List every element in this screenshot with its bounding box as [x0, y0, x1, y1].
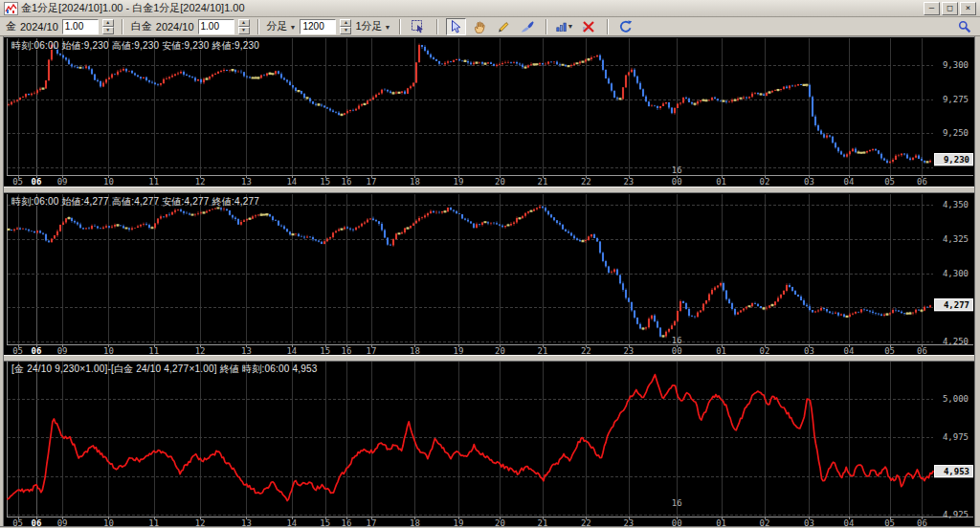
spread-chart-plot[interactable] [8, 362, 933, 517]
x-axis-label: 02 [760, 518, 770, 528]
x-axis-label: 06 [32, 346, 42, 356]
panel-splitter[interactable] [0, 187, 980, 193]
x-axis-label: 19 [454, 346, 464, 356]
search-button[interactable] [954, 18, 974, 35]
toolbar-separator [546, 19, 547, 34]
spin-down-icon[interactable]: ▼ [340, 27, 351, 34]
x-axis-label: 11 [148, 177, 159, 187]
x-axis-label: 21 [538, 346, 548, 356]
close-button[interactable]: × [960, 2, 976, 15]
crosshair-select-icon [411, 19, 426, 34]
last-price-badge: 4,277 [934, 298, 973, 311]
x-axis-label: 02 [760, 346, 770, 356]
gold-month-value: 2024/10 [20, 21, 58, 33]
x-axis-label: 13 [241, 177, 252, 187]
y-axis-label: 4,325 [932, 234, 969, 244]
x-axis-label: 05 [884, 518, 895, 528]
delete-cross-icon [581, 19, 596, 34]
window-border-right[interactable] [974, 36, 980, 528]
minimize-button[interactable]: – [924, 2, 940, 15]
last-price-badge: 4,953 [934, 465, 973, 477]
x-axis-label: 23 [623, 177, 634, 187]
x-axis-label: 13 [241, 346, 252, 356]
x-axis-label: 22 [581, 346, 591, 356]
platinum-factor-spinner: ▲▼ [238, 19, 250, 34]
spin-down-icon[interactable]: ▼ [238, 27, 250, 34]
bar-type-dropdown[interactable]: 分足▼ [267, 19, 297, 33]
x-axis-label: 09 [57, 177, 68, 187]
x-axis-label: 12 [195, 177, 206, 187]
gold-factor-spinner: ▲▼ [102, 19, 114, 34]
toolbar-separator [399, 19, 401, 34]
spin-up-icon[interactable]: ▲ [102, 19, 114, 27]
gold-chart-plot[interactable] [8, 38, 933, 175]
y-axis-label: 9,250 [932, 128, 969, 138]
x-axis-label: 03 [804, 177, 814, 187]
y-axis-label: 9,300 [932, 60, 969, 70]
x-axis-label: 01 [716, 518, 726, 528]
spin-up-icon[interactable]: ▲ [340, 19, 351, 27]
y-axis-label: 4,350 [932, 200, 969, 209]
pencil-draw-button[interactable] [494, 18, 514, 35]
platinum-label: 白金 [131, 19, 152, 33]
date-label: 16 [672, 165, 682, 175]
x-axis-label: 14 [286, 346, 297, 356]
x-axis-label: 19 [454, 177, 464, 187]
x-axis-label: 16 [342, 346, 352, 356]
x-axis-label: 06 [917, 346, 927, 356]
x-axis-label: 05 [12, 177, 23, 187]
x-axis-label: 09 [57, 346, 68, 356]
x-axis-label: 18 [410, 518, 420, 528]
bar-chart-icon [556, 19, 567, 34]
brush-draw-button[interactable] [518, 18, 538, 35]
gold-label: 金 [6, 19, 16, 33]
pointer-select-button[interactable] [446, 18, 466, 35]
toolbar-separator [257, 19, 259, 34]
x-axis-label: 10 [103, 177, 114, 187]
refresh-icon [618, 19, 634, 34]
bar-count-input[interactable] [300, 19, 336, 34]
crosshair-select-button[interactable] [409, 18, 429, 35]
x-axis-label: 04 [844, 518, 855, 528]
y-axis-label: 4,925 [932, 510, 969, 519]
y-axis-label: 4,250 [932, 337, 969, 346]
last-price-badge: 9,230 [934, 153, 973, 165]
x-axis-label: 15 [320, 177, 330, 187]
x-axis-label: 10 [103, 518, 114, 528]
gold-factor-input[interactable] [62, 19, 99, 34]
x-axis-label: 15 [320, 346, 330, 356]
maximize-button[interactable]: □ [942, 2, 958, 15]
platinum-chart-plot[interactable] [8, 194, 933, 344]
x-axis-label: 20 [495, 346, 505, 356]
bar-count-spinner: ▲▼ [340, 19, 351, 34]
x-axis-label: 03 [804, 518, 814, 528]
x-axis-label: 11 [148, 518, 159, 528]
platinum-factor-input[interactable] [198, 19, 234, 34]
x-axis-label: 18 [410, 177, 420, 187]
x-axis-label: 17 [367, 346, 377, 356]
panel-splitter[interactable] [0, 355, 980, 362]
spin-up-icon[interactable]: ▲ [238, 19, 250, 27]
x-axis-label: 09 [57, 518, 68, 528]
interval-dropdown[interactable]: 1分足▼ [355, 19, 390, 33]
refresh-button[interactable] [616, 18, 636, 35]
window-title: 金1分足[2024/10]1.00 - 白金1分足[2024/10]1.00 [21, 1, 924, 15]
x-axis-label: 04 [844, 177, 855, 187]
brush-icon [520, 19, 535, 34]
pan-hand-button[interactable] [470, 18, 490, 35]
pointer-icon [448, 19, 463, 34]
x-axis-label: 03 [804, 346, 814, 356]
x-axis-label: 05 [884, 346, 895, 356]
x-axis-label: 01 [716, 346, 726, 356]
x-axis-label: 06 [32, 177, 42, 187]
spin-down-icon[interactable]: ▼ [102, 27, 114, 34]
toolbar-separator [607, 19, 609, 34]
chart-window: 金1分足[2024/10]1.00 - 白金1分足[2024/10]1.00 –… [0, 0, 980, 528]
chart-style-button[interactable]: ▼ [555, 18, 575, 35]
date-label: 16 [672, 498, 682, 508]
toolbar-separator [436, 19, 438, 34]
spread-readout: [金 24/10 9,230×1.00]-[白金 24/10 4,277×1.0… [11, 363, 317, 376]
y-axis-label: 9,275 [932, 95, 969, 104]
delete-drawings-button[interactable] [579, 18, 599, 35]
y-axis-label: 4,975 [932, 432, 969, 442]
